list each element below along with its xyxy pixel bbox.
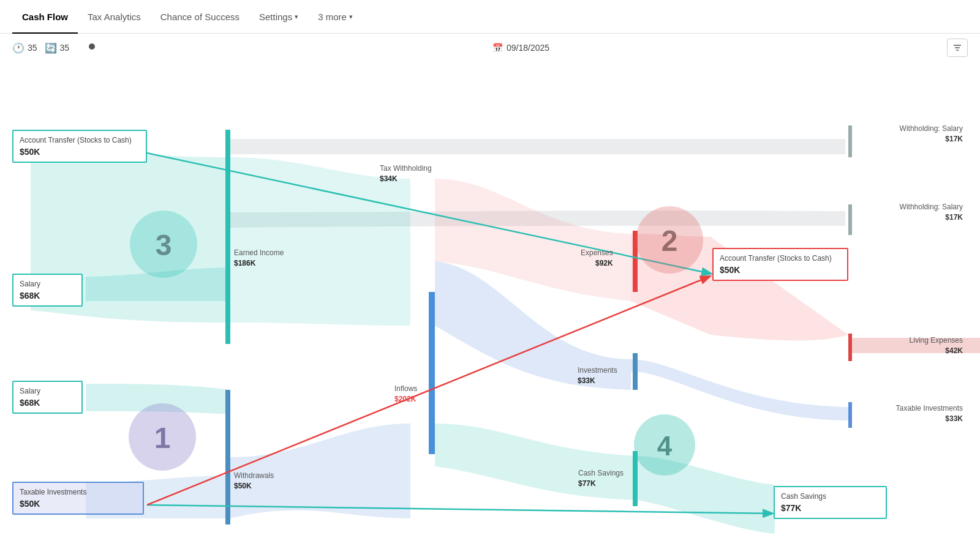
filter-icon [952,43,962,53]
timer-2: 🔄 35 [45,42,70,54]
node-label-expenses: Expenses $92K [581,248,613,269]
right-label-living-expenses: Living Expenses $42K [910,335,963,356]
v-bar-savings [633,451,638,506]
v-bar-inflows [429,292,435,454]
v-bar-withholding-1 [848,125,852,157]
badge-1-text: 1 [154,422,171,454]
node-label-withdrawals: Withdrawals $50K [234,471,274,491]
node-cash-savings-right: Cash Savings $77K [774,486,887,519]
node-account-transfer-right: Account Transfer (Stocks to Cash) $50K [712,248,848,281]
node-taxable-investments-left: Taxable Investments $50K [12,482,144,515]
tab-more[interactable]: 3 more ▾ [308,0,363,34]
right-label-withholding-1: Withholding: Salary $17K [900,124,963,144]
tab-chance-of-success[interactable]: Chance of Success [151,0,249,34]
toolbar-right [947,39,968,57]
v-bar-taxable-investments [848,402,852,428]
badge-3-text: 3 [156,229,172,261]
node-label-tax-withholding: Tax Withholding $34K [380,163,432,184]
node-salary-upper: Salary $68K [12,274,83,307]
dot-indicator [89,43,95,50]
toolbar: 🕐 35 🔄 35 📅 09/18/2025 [0,34,980,59]
v-bar-investments [633,353,638,390]
badge-2-text: 2 [662,225,678,257]
right-label-taxable-investments: Taxable Investments $33K [896,403,963,424]
node-salary-lower: Salary $68K [12,381,83,414]
tab-cash-flow[interactable]: Cash Flow [12,0,78,34]
tab-tax-analytics[interactable]: Tax Analytics [78,0,151,34]
clock-icon: 🕐 [12,42,24,54]
node-label-inflows: Inflows $202K [394,384,417,405]
tab-settings[interactable]: Settings ▾ [249,0,308,34]
filter-button[interactable] [947,39,968,57]
node-label-investments: Investments $33K [578,365,617,386]
v-bar-withholding-2 [848,204,852,235]
badge-4-text: 4 [657,431,673,461]
toolbar-center: 📅 09/18/2025 [107,43,935,53]
calendar-icon: 📅 [492,43,503,53]
chevron-down-icon: ▾ [295,13,298,21]
node-label-earned-income: Earned Income $186K [234,248,284,269]
chevron-down-icon: ▾ [349,13,353,21]
v-bar-withdrawals [225,390,230,525]
node-account-transfer-left: Account Transfer (Stocks to Cash) $50K [12,130,147,163]
sankey-diagram: 3 2 1 4 [0,59,980,560]
v-bar-living-expenses [848,334,852,361]
timer-1: 🕐 35 [12,42,37,54]
clock-icon-2: 🔄 [45,42,57,54]
right-label-withholding-2: Withholding: Salary $17K [900,202,963,223]
v-bar-earned-income [225,130,230,344]
navigation: Cash Flow Tax Analytics Chance of Succes… [0,0,980,34]
diagram-area: 3 2 1 4 Account Transfer (Stocks to Cash… [0,59,980,560]
toolbar-left: 🕐 35 🔄 35 [12,42,95,54]
node-label-cash-savings-center: Cash Savings $77K [578,468,624,489]
